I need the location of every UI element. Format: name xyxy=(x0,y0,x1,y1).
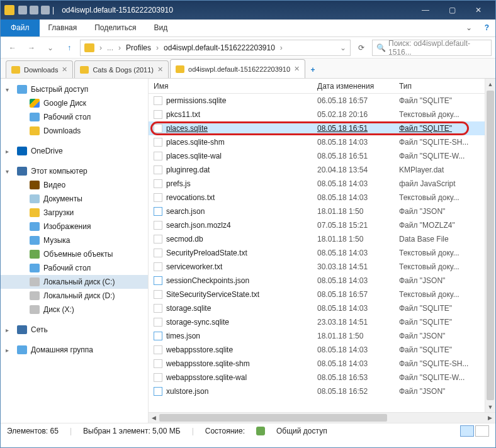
nav-item[interactable]: Видео xyxy=(1,178,148,192)
column-name[interactable]: Имя xyxy=(149,82,312,91)
folder-tab[interactable]: Cats & Dogs (2011)✕ xyxy=(74,60,169,78)
file-row[interactable]: storage.sqlite08.05.18 14:03Файл "SQLITE… xyxy=(149,301,485,315)
close-icon[interactable]: ✕ xyxy=(157,65,163,74)
nav-item[interactable]: ▸OneDrive xyxy=(1,144,148,158)
file-row[interactable]: serviceworker.txt30.03.18 14:51Текстовый… xyxy=(149,260,485,274)
file-row[interactable]: pluginreg.dat20.04.18 13:54KMPlayer.dat xyxy=(149,163,485,177)
forward-button[interactable]: → xyxy=(23,40,40,56)
minimize-button[interactable]: — xyxy=(412,3,439,17)
details-view-button[interactable] xyxy=(460,425,474,437)
file-row[interactable]: SecurityPreloadState.txt08.05.18 14:03Те… xyxy=(149,246,485,260)
file-name: webappsstore.sqlite-wal xyxy=(166,373,247,382)
nav-item[interactable]: Документы xyxy=(1,192,148,206)
file-row[interactable]: webappsstore.sqlite-shm08.05.18 14:03Фай… xyxy=(149,357,485,371)
close-button[interactable]: ✕ xyxy=(465,3,492,17)
file-type: Текстовый доку... xyxy=(394,110,470,119)
file-row[interactable]: search.json.mozlz407.05.18 15:21Файл "MO… xyxy=(149,218,485,232)
scroll-thumb[interactable] xyxy=(159,414,387,422)
file-row[interactable]: places.sqlite08.05.18 16:51Файл "SQLITE" xyxy=(149,121,485,135)
file-type: Текстовый доку... xyxy=(394,193,470,202)
column-date[interactable]: Дата изменения xyxy=(312,82,394,91)
chevron-icon[interactable]: ▸ xyxy=(6,327,9,333)
thumbnails-view-button[interactable] xyxy=(475,425,489,437)
file-name: SiteSecurityServiceState.txt xyxy=(166,290,259,299)
nav-item[interactable]: ▾Быстрый доступ xyxy=(1,82,148,96)
back-button[interactable]: ← xyxy=(4,40,21,56)
new-tab-button[interactable]: + xyxy=(307,65,319,78)
breadcrumb[interactable]: ›... ›Profiles ›od4iswpl.default-1516222… xyxy=(80,40,351,56)
nav-item[interactable]: Загрузки xyxy=(1,206,148,220)
nav-item[interactable]: Downloads xyxy=(1,124,148,138)
nav-item[interactable]: Локальный диск (C:) xyxy=(1,275,148,289)
nav-item[interactable]: Изображения xyxy=(1,220,148,233)
file-row[interactable]: secmod.db18.01.18 1:50Data Base File xyxy=(149,232,485,246)
file-row[interactable]: webappsstore.sqlite08.05.18 14:03Файл "S… xyxy=(149,343,485,357)
file-tab[interactable]: Файл xyxy=(1,20,40,36)
folder-tab[interactable]: od4iswpl.default-1516222203910✕ xyxy=(170,59,305,78)
chevron-icon[interactable]: ▸ xyxy=(6,148,9,155)
file-row[interactable]: SiteSecurityServiceState.txt08.05.18 16:… xyxy=(149,288,485,301)
chevron-icon[interactable]: ▾ xyxy=(6,168,9,175)
scroll-up-icon[interactable]: ▲ xyxy=(485,79,495,89)
status-state-label: Состояние: xyxy=(205,427,245,435)
nav-item[interactable]: ▸Домашняя группа xyxy=(1,343,148,357)
file-date: 23.03.18 14:51 xyxy=(312,318,394,327)
folder-tab[interactable]: Downloads✕ xyxy=(6,60,73,78)
breadcrumb-item[interactable]: Profiles xyxy=(122,43,155,52)
scroll-left-icon[interactable]: ◀ xyxy=(149,413,159,423)
nav-item[interactable]: Google Диск xyxy=(1,96,148,110)
scroll-thumb[interactable] xyxy=(487,91,494,400)
column-type[interactable]: Тип xyxy=(394,82,470,91)
column-headers[interactable]: Имя Дата изменения Тип xyxy=(149,79,485,94)
close-icon[interactable]: ✕ xyxy=(294,65,300,73)
recent-dropdown[interactable]: ⌄ xyxy=(42,40,59,56)
chevron-icon[interactable]: ▾ xyxy=(6,86,9,93)
nav-label: Быстрый доступ xyxy=(31,85,88,94)
file-row[interactable]: times.json18.01.18 1:50Файл "JSON" xyxy=(149,329,485,343)
file-row[interactable]: revocations.txt08.05.18 14:03Текстовый д… xyxy=(149,191,485,204)
file-row[interactable]: xulstore.json08.05.18 16:52Файл "JSON" xyxy=(149,384,485,398)
refresh-button[interactable]: ⟳ xyxy=(353,40,369,56)
close-icon[interactable]: ✕ xyxy=(62,65,67,74)
file-row[interactable]: webappsstore.sqlite-wal08.05.18 16:53Фай… xyxy=(149,371,485,384)
file-row[interactable]: permissions.sqlite06.05.18 16:57Файл "SQ… xyxy=(149,94,485,108)
breadcrumb-item[interactable]: od4iswpl.default-1516222203910 xyxy=(160,43,279,52)
file-row[interactable]: pkcs11.txt05.02.18 20:16Текстовый доку..… xyxy=(149,108,485,121)
scroll-down-icon[interactable]: ▼ xyxy=(485,401,495,412)
file-icon xyxy=(154,207,162,216)
nav-item[interactable]: Диск (X:) xyxy=(1,303,148,316)
file-row[interactable]: prefs.js08.05.18 14:03файл JavaScript xyxy=(149,177,485,191)
nav-item[interactable]: Рабочий стол xyxy=(1,261,148,275)
home-tab[interactable]: Главная xyxy=(40,20,86,36)
file-row[interactable]: places.sqlite-shm08.05.18 14:03Файл "SQL… xyxy=(149,135,485,149)
file-type: Текстовый доку... xyxy=(394,262,470,271)
vertical-scrollbar[interactable]: ▲ ▼ xyxy=(485,79,495,412)
up-button[interactable]: ↑ xyxy=(61,40,77,56)
search-input[interactable]: 🔍 Поиск: od4iswpl.default-1516... xyxy=(372,40,492,56)
nav-item[interactable]: Музыка xyxy=(1,233,148,247)
nav-item[interactable]: Локальный диск (D:) xyxy=(1,289,148,303)
nav-item[interactable]: Рабочий стол xyxy=(1,110,148,124)
file-type: Файл "MOZLZ4" xyxy=(394,221,470,230)
nav-item[interactable]: ▾Этот компьютер xyxy=(1,164,148,178)
file-icon xyxy=(154,179,162,188)
file-icon xyxy=(154,290,162,299)
file-row[interactable]: search.json18.01.18 1:50Файл "JSON" xyxy=(149,204,485,218)
horizontal-scrollbar[interactable]: ◀ ▶ xyxy=(149,412,495,423)
chevron-icon[interactable]: ▸ xyxy=(6,347,9,354)
view-tab[interactable]: Вид xyxy=(145,20,176,36)
help-icon[interactable]: ? xyxy=(478,20,495,36)
share-tab[interactable]: Поделиться xyxy=(86,20,145,36)
nav-item[interactable]: ▸Сеть xyxy=(1,323,148,337)
file-row[interactable]: sessionCheckpoints.json08.05.18 14:03Фай… xyxy=(149,274,485,288)
file-row[interactable]: places.sqlite-wal08.05.18 16:51Файл "SQL… xyxy=(149,149,485,163)
status-shared: Общий доступ xyxy=(276,427,327,435)
file-row[interactable]: storage-sync.sqlite23.03.18 14:51Файл "S… xyxy=(149,315,485,329)
scroll-right-icon[interactable]: ▶ xyxy=(485,413,495,423)
expand-ribbon-icon[interactable]: ⌄ xyxy=(459,20,478,36)
view-switcher[interactable] xyxy=(460,425,489,437)
maximize-button[interactable]: ▢ xyxy=(439,3,465,17)
quick-access-toolbar[interactable] xyxy=(18,6,50,14)
chevron-down-icon[interactable]: ⌄ xyxy=(336,43,350,52)
nav-item[interactable]: Объемные объекты xyxy=(1,247,148,261)
